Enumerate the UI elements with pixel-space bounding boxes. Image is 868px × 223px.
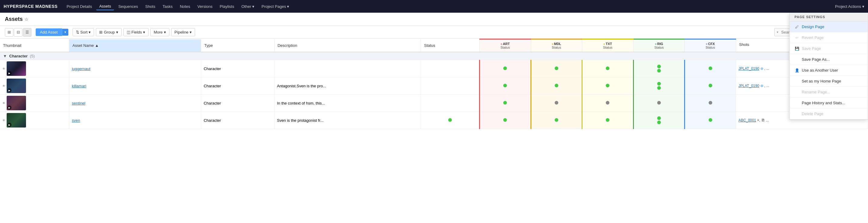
rig-status-dot-1 (657, 116, 661, 120)
save-page-icon: 💾 (795, 46, 799, 51)
asset-description-cell: Antagonist.Sven is the pro... (274, 77, 421, 95)
art-status-dot (503, 101, 507, 104)
cfx-status-dot (709, 84, 712, 87)
watch-icon: 👁 (2, 67, 5, 70)
thumbnail-cell: 👁 ▶ (0, 77, 69, 95)
revert-page-icon: ↩ (795, 36, 799, 40)
nav-project-details[interactable]: Project Details (63, 3, 95, 10)
txt-status-dot (606, 101, 610, 104)
txt-arrows-icon: » (603, 42, 605, 45)
art-status-dot (503, 66, 507, 70)
play-icon: ▶ (7, 123, 11, 127)
asset-name-link[interactable]: sentinel (72, 101, 85, 105)
top-nav: HYPERSPACE MADNESS Project Details Asset… (0, 0, 868, 13)
col-asset-name[interactable]: Asset Name ▲ (69, 39, 201, 52)
nav-other[interactable]: Other ▾ (238, 3, 257, 10)
mdl-status-cell (531, 95, 582, 112)
delete-page-item: Delete Page (790, 108, 868, 119)
art-status-dot (503, 118, 507, 122)
col-art: » ART Status (480, 39, 531, 52)
mdl-status-dot (555, 101, 558, 104)
txt-status-cell (582, 77, 633, 95)
group-character: ▼ Character (5) (0, 52, 868, 60)
design-page-item[interactable]: 🖊 Design Page (790, 22, 868, 32)
shot-link[interactable]: ABC_0001 (739, 118, 756, 122)
group-icon: ⊞ (99, 30, 102, 34)
project-actions-button[interactable]: Project Actions ▾ (835, 4, 864, 9)
shot-link[interactable]: JPLAT_0190 (739, 84, 760, 88)
nav-shots[interactable]: Shots (142, 3, 158, 10)
col-thumbnail: Thumbnail (0, 39, 69, 52)
group-expand-icon[interactable]: ▼ (3, 54, 7, 58)
asset-name-link[interactable]: juggernaut (72, 66, 90, 71)
nav-project-pages[interactable]: Project Pages ▾ (258, 3, 292, 10)
asset-description-cell: In the context of hsm, this... (274, 95, 421, 112)
group-button[interactable]: ⊞ Group ▾ (96, 28, 121, 36)
col-description: Description (274, 39, 421, 52)
list-view-button[interactable]: ☰ (23, 28, 31, 37)
asset-status-cell (421, 95, 480, 112)
page-history-item[interactable]: Page History and Stats... (790, 98, 868, 108)
asset-status-cell (421, 60, 480, 77)
table-row: 👁 ▶ killamari Character Antagonist.Sven … (0, 77, 868, 95)
art-status-dot (503, 84, 507, 87)
other-chevron-icon: ▾ (252, 4, 254, 9)
project-actions-chevron-icon: ▾ (862, 4, 864, 9)
fields-chevron-icon: ▾ (143, 30, 145, 34)
asset-type-cell: Character (201, 112, 274, 129)
fields-button[interactable]: ◫ Fields ▾ (123, 28, 149, 36)
nav-assets[interactable]: Assets (96, 3, 114, 10)
txt-status-cell (582, 112, 633, 129)
mdl-status-dot (555, 118, 558, 122)
nav-tasks[interactable]: Tasks (159, 3, 176, 10)
use-as-another-user-item[interactable]: 👤 Use as Another User (790, 65, 868, 76)
asset-name-link[interactable]: killamari (72, 84, 86, 88)
txt-status-cell (582, 60, 633, 77)
art-status-cell (480, 95, 531, 112)
set-as-home-page-item[interactable]: Set as my Home Page (790, 76, 868, 87)
rig-status-cell (633, 77, 685, 95)
add-shot-icon[interactable]: ⊕ (760, 84, 763, 88)
txt-status-dot (606, 84, 610, 87)
cfx-status-dot (709, 66, 712, 70)
search-dropdown-icon[interactable]: ▾ (777, 30, 778, 34)
mdl-status-cell (531, 77, 582, 95)
rig-status-dot-1 (657, 82, 661, 86)
art-arrows-icon: » (500, 42, 502, 45)
brand-title: HYPERSPACE MADNESS (4, 4, 58, 9)
mdl-status-cell (531, 60, 582, 77)
add-asset-button[interactable]: Add Asset (36, 28, 62, 36)
col-rig: » RIG Status (633, 39, 685, 52)
nav-playlists[interactable]: Playlists (217, 3, 238, 10)
nav-sequences[interactable]: Sequences (115, 3, 141, 10)
cfx-status-cell (685, 95, 736, 112)
pipeline-button[interactable]: Pipeline ▾ (171, 28, 195, 36)
grid-view-button[interactable]: ⊟ (14, 28, 22, 37)
cfx-status-dot (709, 101, 712, 104)
add-asset-dropdown-button[interactable]: ▾ (62, 29, 68, 36)
asset-name-link[interactable]: sven (72, 118, 80, 123)
page-title: Assets ☆ (5, 16, 28, 22)
cfx-status-cell (685, 77, 736, 95)
col-txt: » TXT Status (582, 39, 633, 52)
rig-status-cell (633, 95, 685, 112)
mdl-arrows-icon: » (552, 42, 554, 45)
group-chevron-icon: ▾ (116, 30, 118, 34)
asset-name-cell: juggernaut (69, 60, 201, 77)
sort-icon: ⇅ (76, 30, 79, 34)
txt-status-cell (582, 95, 633, 112)
thumbnail-view-button[interactable]: ⊞ (5, 28, 13, 37)
rig-status-dot-2 (657, 69, 661, 72)
nav-versions[interactable]: Versions (194, 3, 216, 10)
rig-status-dot-2 (657, 86, 661, 90)
play-icon: ▶ (7, 105, 11, 110)
art-status-cell (480, 60, 531, 77)
shot-link[interactable]: JPLAT_0190 (739, 66, 760, 71)
nav-notes[interactable]: Notes (177, 3, 193, 10)
more-button[interactable]: More ▾ (150, 28, 169, 36)
thumbnail-image: ▶ (7, 78, 26, 93)
save-page-as-item[interactable]: Save Page As... (790, 54, 868, 65)
add-shot-icon[interactable]: ⊕ (760, 66, 763, 71)
sort-button[interactable]: ⇅ Sort ▾ (72, 28, 94, 36)
star-icon[interactable]: ☆ (25, 17, 28, 22)
